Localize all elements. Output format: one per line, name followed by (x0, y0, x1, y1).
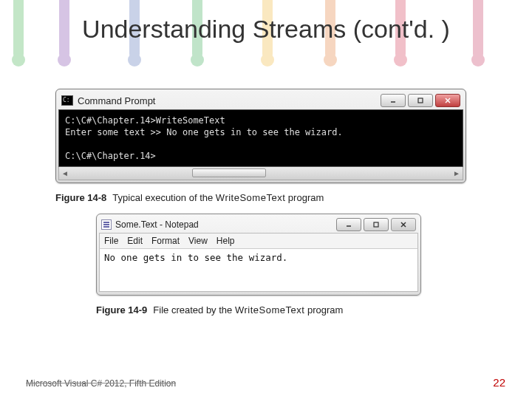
slide-title: Understanding Streams (cont'd. ) (0, 15, 532, 44)
page-number: 22 (493, 376, 505, 389)
scroll-right-icon[interactable]: ► (451, 167, 463, 180)
svg-rect-5 (374, 222, 378, 227)
caption-text: File created by the (153, 304, 235, 316)
figure-label: Figure 14-9 (96, 304, 147, 316)
notepad-title: Some.Text - Notepad (115, 219, 336, 230)
window-buttons (381, 94, 460, 107)
command-prompt-window: C: Command Prompt C:\C#\Chapter.14>Write… (55, 89, 466, 183)
cmd-title: Command Prompt (78, 95, 381, 106)
scroll-left-icon[interactable]: ◄ (59, 167, 71, 180)
cmd-scrollbar[interactable]: ◄ ► (58, 167, 463, 180)
program-name: WriteSomeText (216, 192, 285, 203)
close-button[interactable] (391, 218, 416, 231)
minimize-button[interactable] (381, 94, 406, 107)
notepad-titlebar: Some.Text - Notepad (99, 216, 418, 233)
menu-item-view[interactable]: View (188, 236, 208, 246)
menu-item-help[interactable]: Help (216, 236, 235, 246)
figure-14-8-caption: Figure 14-8Typical execution of the Writ… (55, 192, 477, 203)
maximize-button[interactable] (408, 94, 433, 107)
menu-item-file[interactable]: File (104, 236, 118, 246)
footer-credit: Microsoft Visual C# 2012, Fifth Edition (26, 378, 176, 389)
minimize-button[interactable] (336, 218, 361, 231)
caption-text: program (304, 304, 343, 316)
window-buttons (336, 218, 416, 231)
cmd-icon: C: (61, 95, 73, 106)
caption-text: Typical execution of the (112, 192, 215, 203)
maximize-button[interactable] (364, 218, 389, 231)
cmd-output: C:\C#\Chapter.14>WriteSomeText Enter som… (58, 109, 463, 167)
scroll-thumb[interactable] (192, 168, 266, 177)
notepad-content: No one gets in to see the wizard. (99, 249, 418, 292)
svg-rect-1 (418, 98, 423, 103)
menu-item-edit[interactable]: Edit (127, 236, 143, 246)
notepad-menubar: FileEditFormatViewHelp (99, 233, 418, 249)
figure-label: Figure 14-8 (55, 192, 106, 203)
menu-item-format[interactable]: Format (151, 236, 180, 246)
figure-14-9-caption: Figure 14-9File created by the WriteSome… (96, 304, 477, 316)
notepad-window: Some.Text - Notepad FileEditFormatViewHe… (96, 214, 421, 296)
notepad-icon (101, 219, 112, 230)
program-name: WriteSomeText (235, 304, 304, 316)
cmd-titlebar: C: Command Prompt (58, 92, 463, 109)
caption-text: program (285, 192, 324, 203)
close-button[interactable] (435, 94, 460, 107)
